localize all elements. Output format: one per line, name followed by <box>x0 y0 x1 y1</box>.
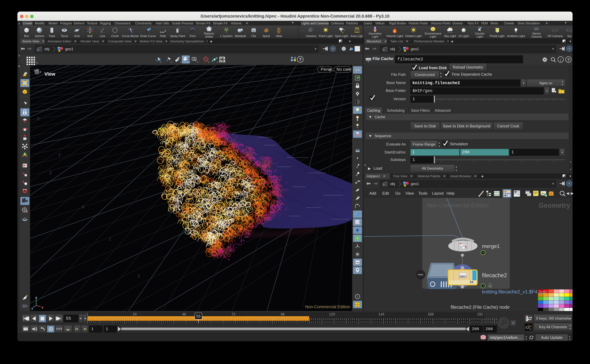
svg-text:0: 0 <box>82 205 84 209</box>
svg-text:i: i <box>357 294 358 298</box>
svg-text:x: x <box>41 306 44 309</box>
svg-text:y: y <box>35 296 37 299</box>
svg-text:-2: -2 <box>37 117 40 121</box>
svg-text:View: View <box>44 71 55 77</box>
svg-text:12: 12 <box>24 218 25 219</box>
svg-text:12: 12 <box>357 196 360 198</box>
svg-text:z: z <box>31 307 33 311</box>
svg-text:1: 1 <box>109 237 111 242</box>
svg-text:-1: -1 <box>58 153 62 157</box>
svg-text:2: 2 <box>49 170 52 175</box>
svg-text:12: 12 <box>358 180 360 182</box>
svg-text:Non-Commercial Edition: Non-Commercial Edition <box>305 305 350 309</box>
svg-text:2: 2 <box>138 274 140 278</box>
